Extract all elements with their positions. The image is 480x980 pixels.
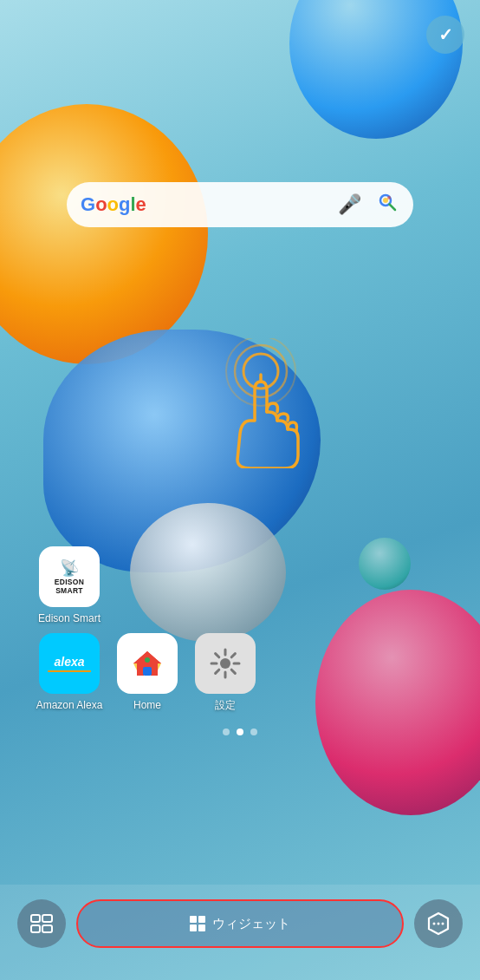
- svg-point-26: [442, 923, 444, 925]
- edison-smart-label: Edison Smart: [38, 612, 101, 624]
- edison-icon-text-line2: SMART: [55, 586, 83, 595]
- alexa-text: alexa: [54, 655, 84, 669]
- balloon-teal-small: [359, 538, 411, 590]
- svg-point-4: [243, 354, 278, 389]
- alexa-label: Amazon Alexa: [36, 699, 103, 711]
- widget-grid-icon: [190, 916, 205, 931]
- svg-rect-19: [31, 915, 40, 922]
- page-dot-3: [250, 728, 257, 735]
- svg-rect-21: [31, 925, 40, 932]
- alexa-icon: alexa: [39, 633, 100, 694]
- svg-point-24: [433, 923, 436, 925]
- svg-point-10: [220, 658, 230, 669]
- app-settings[interactable]: 設定: [191, 633, 260, 711]
- svg-point-9: [145, 657, 150, 663]
- edison-smart-icon: 📡 EDISON SMART: [39, 546, 100, 607]
- widget-button[interactable]: ウィジェット: [76, 899, 404, 948]
- app-edison-smart[interactable]: 📡 EDISON SMART Edison Smart: [35, 546, 104, 624]
- bottom-dock: ウィジェット: [0, 885, 480, 980]
- svg-line-17: [231, 654, 235, 657]
- svg-line-18: [216, 670, 219, 673]
- balloon-silver: [130, 503, 286, 642]
- microphone-icon[interactable]: 🎤: [338, 193, 361, 216]
- app-row-edison: 📡 EDISON SMART Edison Smart: [35, 546, 104, 624]
- svg-point-6: [226, 338, 295, 406]
- settings-icon-box: [195, 633, 256, 694]
- alexa-underline: [48, 670, 91, 672]
- svg-line-3: [390, 204, 396, 210]
- svg-line-15: [216, 654, 219, 657]
- svg-point-25: [438, 923, 440, 925]
- svg-rect-8: [143, 667, 152, 676]
- app-amazon-alexa[interactable]: alexa Amazon Alexa: [35, 633, 104, 711]
- svg-point-2: [387, 196, 391, 199]
- more-options-button[interactable]: [414, 899, 463, 948]
- recent-apps-button[interactable]: [17, 899, 66, 948]
- svg-rect-20: [42, 915, 52, 922]
- touch-indicator: [216, 338, 337, 477]
- page-dot-1: [223, 728, 230, 735]
- search-bar[interactable]: Google 🎤: [67, 182, 413, 227]
- edison-icon-text-line1: EDISON: [55, 578, 84, 586]
- page-dots: [223, 728, 257, 735]
- home-label: Home: [133, 699, 161, 711]
- svg-point-1: [383, 198, 388, 203]
- settings-label: 設定: [215, 699, 236, 711]
- app-row-2: alexa Amazon Alexa Home: [35, 633, 260, 711]
- checkmark-button[interactable]: [426, 16, 464, 54]
- app-google-home[interactable]: Home: [113, 633, 182, 711]
- home-icon: [117, 633, 178, 694]
- svg-line-16: [231, 670, 235, 673]
- svg-rect-22: [42, 925, 52, 932]
- lens-icon[interactable]: [377, 192, 399, 219]
- page-dot-2: [237, 728, 243, 735]
- widget-button-label: ウィジェット: [212, 916, 290, 932]
- google-logo: Google: [81, 193, 146, 216]
